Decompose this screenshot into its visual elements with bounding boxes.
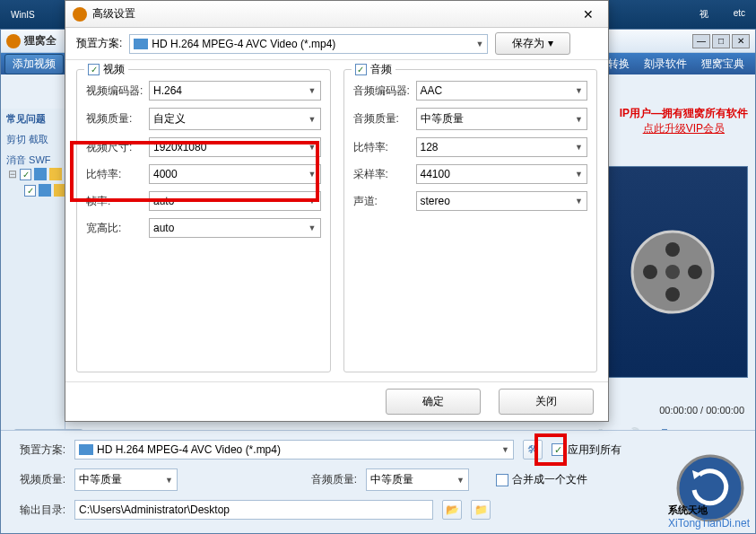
- advanced-settings-dialog: 高级设置 ✕ 预置方案: HD H.264 MPEG-4 AVC Video (…: [65, 0, 609, 422]
- video-bitrate-select[interactable]: 4000▼: [149, 164, 321, 184]
- audio-encoder-select[interactable]: AAC▼: [416, 81, 588, 101]
- svg-point-2: [665, 242, 680, 257]
- video-fieldset: ✓ 视频 视频编码器: H.264▼ 视频质量: 自定义▼ 视频尺寸: 1920…: [76, 69, 331, 372]
- maximize-button[interactable]: □: [712, 34, 730, 48]
- chevron-down-icon: ▼: [501, 445, 509, 454]
- mp4-icon: [134, 39, 148, 49]
- audio-enable-checkbox[interactable]: ✓: [355, 64, 367, 75]
- sidebar-item-cut[interactable]: 剪切 截取: [1, 129, 65, 150]
- audio-quality-value: 中等质量: [370, 472, 413, 487]
- chevron-down-icon: ▼: [575, 115, 583, 124]
- chevron-down-icon: ▼: [308, 170, 317, 179]
- tree-checkbox[interactable]: ✓: [24, 185, 36, 197]
- preset-select[interactable]: HD H.264 MPEG-4 AVC Video (*.mp4) ▼: [74, 440, 514, 460]
- preset-label: 预置方案:: [76, 36, 122, 51]
- apply-all-checkbox[interactable]: ✓: [552, 443, 564, 456]
- open-folder-button[interactable]: 📂: [442, 500, 462, 520]
- video-icon: [39, 184, 51, 197]
- video-encoder-select[interactable]: H.264▼: [149, 81, 321, 101]
- chevron-down-icon: ▼: [575, 197, 583, 206]
- svg-point-1: [665, 265, 680, 279]
- vip-text: IP用户—拥有狸窝所有软件: [620, 106, 748, 121]
- watermark: 系统天地 XiTongTianDi.net: [668, 503, 750, 530]
- audio-fieldset: ✓ 音频 音频编码器: AAC▼ 音频质量: 中等质量▼ 比特率: 128▼ 采…: [343, 69, 598, 372]
- browse-folder-button[interactable]: 📁: [471, 500, 491, 520]
- time-display: 00:00:00 / 00:00:00: [659, 405, 744, 416]
- tree-checkbox[interactable]: ✓: [20, 169, 31, 180]
- video-size-select[interactable]: 1920x1080▼: [149, 137, 321, 157]
- save-as-button[interactable]: 保存为 ▾: [495, 32, 569, 55]
- svg-point-3: [665, 287, 680, 302]
- video-enable-checkbox[interactable]: ✓: [88, 64, 100, 75]
- video-fps-select[interactable]: auto▼: [149, 191, 321, 211]
- close-window-button[interactable]: ✕: [732, 34, 750, 48]
- svg-point-5: [688, 265, 702, 279]
- video-quality-label: 视频质量:: [86, 111, 145, 127]
- save-as-label: 保存为: [512, 37, 544, 49]
- folder-open-icon: 📂: [446, 503, 459, 516]
- bottom-settings-panel: 预置方案: HD H.264 MPEG-4 AVC Video (*.mp4) …: [1, 430, 755, 533]
- video-icon: [34, 168, 47, 180]
- video-bitrate-label: 比特率:: [86, 167, 145, 182]
- audio-sample-select[interactable]: 44100▼: [416, 164, 588, 184]
- mp4-icon: [79, 444, 93, 455]
- svg-point-4: [643, 265, 657, 279]
- chevron-down-icon: ▼: [165, 476, 173, 485]
- close-button[interactable]: 关闭: [499, 389, 594, 415]
- folder-icon: [49, 168, 62, 180]
- toolbar-burn[interactable]: 刻录软件: [637, 55, 694, 74]
- app-logo-icon: [6, 34, 21, 48]
- taskbar-app-etc[interactable]: etc: [734, 8, 745, 21]
- chevron-down-icon: ▼: [575, 143, 583, 152]
- chevron-down-icon: ▼: [575, 86, 583, 95]
- audio-quality-label: 音频质量:: [305, 472, 357, 487]
- folder-icon: 📁: [474, 503, 488, 516]
- dialog-footer: 确定 关闭: [65, 381, 608, 421]
- video-aspect-select[interactable]: auto▼: [149, 218, 321, 238]
- audio-quality-select[interactable]: 中等质量 ▼: [366, 468, 469, 491]
- dialog-close-button[interactable]: ✕: [576, 5, 601, 23]
- wrench-icon: 🛠: [527, 443, 538, 456]
- taskbar-app-winiso[interactable]: WinIS: [11, 10, 35, 20]
- video-encoder-label: 视频编码器:: [86, 83, 145, 99]
- audio-quality-select[interactable]: 中等质量▼: [416, 108, 588, 130]
- audio-legend: ✓ 音频: [352, 62, 395, 77]
- app-title: 狸窝全: [24, 33, 56, 48]
- preview-pane: [597, 166, 748, 378]
- audio-bitrate-label: 比特率:: [353, 140, 413, 155]
- sidebar-faq[interactable]: 常见问题: [1, 109, 65, 129]
- sidebar: 常见问题 剪切 截取 消音 SWF: [1, 109, 65, 450]
- audio-channel-select[interactable]: stereo▼: [416, 191, 588, 211]
- apply-all-label: 应用到所有: [568, 442, 621, 458]
- advanced-settings-button[interactable]: 🛠: [523, 440, 543, 460]
- chevron-down-icon: ▼: [308, 86, 317, 95]
- audio-sample-label: 采样率:: [353, 167, 413, 182]
- chevron-down-icon: ▼: [308, 115, 317, 124]
- audio-bitrate-select[interactable]: 128▼: [416, 137, 588, 157]
- minimize-button[interactable]: —: [692, 34, 710, 48]
- video-fps-label: 帧率:: [86, 194, 145, 209]
- preset-label: 预置方案:: [13, 442, 65, 458]
- chevron-down-icon: ▼: [308, 197, 317, 206]
- film-reel-icon: [628, 227, 717, 317]
- output-label: 输出目录:: [13, 503, 65, 518]
- taskbar-app-video[interactable]: 视: [700, 8, 708, 21]
- app-logo-icon: [73, 7, 87, 22]
- audio-channel-label: 声道:: [353, 194, 413, 209]
- video-quality-select[interactable]: 自定义▼: [149, 108, 321, 130]
- add-video-button[interactable]: 添加视频: [4, 54, 64, 74]
- video-legend: ✓ 视频: [84, 62, 128, 77]
- dialog-preset-select[interactable]: HD H.264 MPEG-4 AVC Video (*.mp4) ▼: [129, 34, 488, 54]
- chevron-down-icon: ▼: [308, 223, 317, 232]
- output-path-input[interactable]: [74, 500, 433, 520]
- ok-button[interactable]: 确定: [386, 389, 481, 415]
- audio-quality-label: 音频质量:: [353, 111, 413, 127]
- video-quality-value: 中等质量: [79, 472, 122, 487]
- toolbar-tips[interactable]: 狸窝宝典: [694, 55, 752, 74]
- chevron-down-icon: ▼: [475, 39, 483, 48]
- video-aspect-label: 宽高比:: [86, 221, 145, 236]
- vip-upgrade-link[interactable]: 点此升级VIP会员: [643, 121, 725, 136]
- merge-label: 合并成一个文件: [512, 472, 587, 487]
- video-quality-select[interactable]: 中等质量 ▼: [74, 468, 178, 491]
- merge-checkbox[interactable]: [496, 474, 508, 486]
